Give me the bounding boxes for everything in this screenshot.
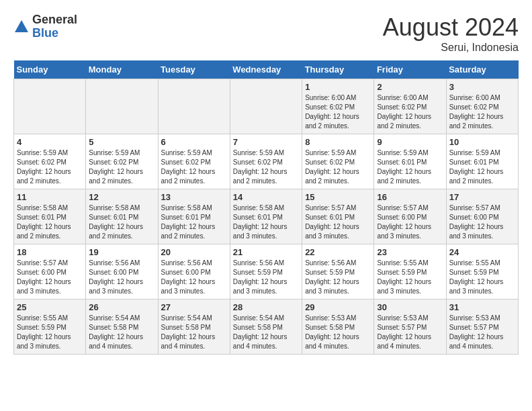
calendar-cell: 6Sunrise: 5:59 AMSunset: 6:02 PMDaylight… bbox=[158, 134, 230, 189]
day-info: Sunrise: 5:59 AMSunset: 6:02 PMDaylight:… bbox=[305, 148, 371, 186]
day-info: Sunrise: 5:57 AMSunset: 6:00 PMDaylight:… bbox=[377, 203, 443, 241]
day-number: 16 bbox=[377, 192, 443, 202]
title-block: August 2024 Serui, Indonesia bbox=[383, 13, 519, 54]
day-info: Sunrise: 5:56 AMSunset: 6:00 PMDaylight:… bbox=[161, 259, 227, 296]
day-info: Sunrise: 5:54 AMSunset: 5:58 PMDaylight:… bbox=[89, 314, 154, 351]
calendar-cell: 27Sunrise: 5:54 AMSunset: 5:58 PMDayligh… bbox=[158, 300, 230, 355]
calendar-cell bbox=[158, 79, 230, 134]
calendar-cell: 30Sunrise: 5:53 AMSunset: 5:57 PMDayligh… bbox=[374, 300, 446, 355]
day-number: 26 bbox=[89, 302, 154, 312]
day-info: Sunrise: 5:56 AMSunset: 5:59 PMDaylight:… bbox=[233, 259, 299, 296]
calendar-cell: 22Sunrise: 5:56 AMSunset: 5:59 PMDayligh… bbox=[302, 244, 374, 300]
day-info: Sunrise: 5:55 AMSunset: 5:59 PMDaylight:… bbox=[377, 259, 443, 296]
calendar-week-5: 25Sunrise: 5:55 AMSunset: 5:59 PMDayligh… bbox=[14, 300, 519, 355]
day-info: Sunrise: 5:57 AMSunset: 6:00 PMDaylight:… bbox=[17, 259, 83, 296]
calendar-cell: 29Sunrise: 5:53 AMSunset: 5:58 PMDayligh… bbox=[302, 300, 374, 355]
month-year-title: August 2024 bbox=[383, 13, 519, 42]
day-number: 1 bbox=[305, 82, 371, 92]
day-number: 4 bbox=[17, 137, 83, 147]
calendar-cell: 12Sunrise: 5:58 AMSunset: 6:01 PMDayligh… bbox=[86, 189, 158, 244]
day-number: 11 bbox=[17, 192, 83, 202]
calendar-cell: 16Sunrise: 5:57 AMSunset: 6:00 PMDayligh… bbox=[374, 189, 446, 244]
day-number: 8 bbox=[305, 137, 371, 147]
day-info: Sunrise: 5:58 AMSunset: 6:01 PMDaylight:… bbox=[89, 203, 154, 241]
day-number: 18 bbox=[17, 247, 83, 257]
day-info: Sunrise: 5:56 AMSunset: 5:59 PMDaylight:… bbox=[305, 259, 371, 296]
logo: General Blue bbox=[13, 13, 77, 40]
calendar-cell: 19Sunrise: 5:56 AMSunset: 6:00 PMDayligh… bbox=[86, 244, 158, 300]
calendar-cell: 18Sunrise: 5:57 AMSunset: 6:00 PMDayligh… bbox=[14, 244, 86, 300]
day-number: 24 bbox=[449, 247, 515, 257]
calendar-cell bbox=[14, 79, 86, 134]
day-number: 10 bbox=[449, 137, 515, 147]
header-tuesday: Tuesday bbox=[158, 60, 230, 79]
day-number: 21 bbox=[233, 247, 299, 257]
day-number: 12 bbox=[89, 192, 154, 202]
day-number: 14 bbox=[233, 192, 299, 202]
calendar-week-2: 4Sunrise: 5:59 AMSunset: 6:02 PMDaylight… bbox=[14, 134, 519, 189]
day-number: 22 bbox=[305, 247, 371, 257]
day-info: Sunrise: 6:00 AMSunset: 6:02 PMDaylight:… bbox=[449, 93, 515, 131]
calendar-body: 1Sunrise: 6:00 AMSunset: 6:02 PMDaylight… bbox=[14, 79, 519, 355]
calendar-cell bbox=[230, 79, 302, 134]
day-number: 15 bbox=[305, 192, 371, 202]
day-info: Sunrise: 5:56 AMSunset: 6:00 PMDaylight:… bbox=[89, 259, 154, 296]
day-info: Sunrise: 5:54 AMSunset: 5:58 PMDaylight:… bbox=[233, 314, 299, 351]
day-info: Sunrise: 5:55 AMSunset: 5:59 PMDaylight:… bbox=[17, 314, 83, 351]
day-info: Sunrise: 5:59 AMSunset: 6:02 PMDaylight:… bbox=[161, 148, 227, 186]
header-monday: Monday bbox=[86, 60, 158, 79]
day-info: Sunrise: 5:55 AMSunset: 5:59 PMDaylight:… bbox=[449, 259, 515, 296]
calendar-cell: 26Sunrise: 5:54 AMSunset: 5:58 PMDayligh… bbox=[86, 300, 158, 355]
calendar-cell bbox=[86, 79, 158, 134]
calendar-cell: 1Sunrise: 6:00 AMSunset: 6:02 PMDaylight… bbox=[302, 79, 374, 134]
calendar-cell: 3Sunrise: 6:00 AMSunset: 6:02 PMDaylight… bbox=[446, 79, 518, 134]
header-saturday: Saturday bbox=[446, 60, 518, 79]
day-number: 9 bbox=[377, 137, 443, 147]
day-info: Sunrise: 5:59 AMSunset: 6:02 PMDaylight:… bbox=[89, 148, 154, 186]
location-subtitle: Serui, Indonesia bbox=[383, 42, 519, 54]
day-info: Sunrise: 5:53 AMSunset: 5:57 PMDaylight:… bbox=[449, 314, 515, 351]
day-number: 7 bbox=[233, 137, 299, 147]
day-info: Sunrise: 5:57 AMSunset: 6:01 PMDaylight:… bbox=[305, 203, 371, 241]
day-number: 19 bbox=[89, 247, 154, 257]
calendar-cell: 14Sunrise: 5:58 AMSunset: 6:01 PMDayligh… bbox=[230, 189, 302, 244]
logo-blue-text: Blue bbox=[32, 27, 77, 40]
calendar-cell: 8Sunrise: 5:59 AMSunset: 6:02 PMDaylight… bbox=[302, 134, 374, 189]
calendar-cell: 4Sunrise: 5:59 AMSunset: 6:02 PMDaylight… bbox=[14, 134, 86, 189]
header-sunday: Sunday bbox=[14, 60, 86, 79]
calendar-week-1: 1Sunrise: 6:00 AMSunset: 6:02 PMDaylight… bbox=[14, 79, 519, 134]
calendar-cell: 20Sunrise: 5:56 AMSunset: 6:00 PMDayligh… bbox=[158, 244, 230, 300]
day-info: Sunrise: 5:59 AMSunset: 6:02 PMDaylight:… bbox=[17, 148, 83, 186]
day-info: Sunrise: 5:58 AMSunset: 6:01 PMDaylight:… bbox=[161, 203, 227, 241]
day-info: Sunrise: 5:59 AMSunset: 6:02 PMDaylight:… bbox=[233, 148, 299, 186]
day-number: 25 bbox=[17, 302, 83, 312]
day-number: 6 bbox=[161, 137, 227, 147]
day-number: 30 bbox=[377, 302, 443, 312]
day-info: Sunrise: 5:58 AMSunset: 6:01 PMDaylight:… bbox=[17, 203, 83, 241]
calendar-cell: 10Sunrise: 5:59 AMSunset: 6:01 PMDayligh… bbox=[446, 134, 518, 189]
day-info: Sunrise: 6:00 AMSunset: 6:02 PMDaylight:… bbox=[305, 93, 371, 131]
calendar-cell: 11Sunrise: 5:58 AMSunset: 6:01 PMDayligh… bbox=[14, 189, 86, 244]
day-info: Sunrise: 5:58 AMSunset: 6:01 PMDaylight:… bbox=[233, 203, 299, 241]
day-number: 23 bbox=[377, 247, 443, 257]
calendar-cell: 13Sunrise: 5:58 AMSunset: 6:01 PMDayligh… bbox=[158, 189, 230, 244]
day-number: 17 bbox=[449, 192, 515, 202]
day-info: Sunrise: 5:59 AMSunset: 6:01 PMDaylight:… bbox=[449, 148, 515, 186]
page-header: General Blue August 2024 Serui, Indonesi… bbox=[13, 13, 519, 54]
day-info: Sunrise: 5:53 AMSunset: 5:58 PMDaylight:… bbox=[305, 314, 371, 351]
calendar-cell: 7Sunrise: 5:59 AMSunset: 6:02 PMDaylight… bbox=[230, 134, 302, 189]
calendar-week-4: 18Sunrise: 5:57 AMSunset: 6:00 PMDayligh… bbox=[14, 244, 519, 300]
day-info: Sunrise: 5:59 AMSunset: 6:01 PMDaylight:… bbox=[377, 148, 443, 186]
day-number: 29 bbox=[305, 302, 371, 312]
calendar-cell: 9Sunrise: 5:59 AMSunset: 6:01 PMDaylight… bbox=[374, 134, 446, 189]
day-number: 20 bbox=[161, 247, 227, 257]
day-number: 28 bbox=[233, 302, 299, 312]
calendar-cell: 31Sunrise: 5:53 AMSunset: 5:57 PMDayligh… bbox=[446, 300, 518, 355]
logo-icon bbox=[13, 19, 30, 35]
calendar-table: SundayMondayTuesdayWednesdayThursdayFrid… bbox=[13, 60, 519, 355]
header-friday: Friday bbox=[374, 60, 446, 79]
calendar-cell: 28Sunrise: 5:54 AMSunset: 5:58 PMDayligh… bbox=[230, 300, 302, 355]
day-number: 3 bbox=[449, 82, 515, 92]
calendar-cell: 24Sunrise: 5:55 AMSunset: 5:59 PMDayligh… bbox=[446, 244, 518, 300]
day-number: 2 bbox=[377, 82, 443, 92]
